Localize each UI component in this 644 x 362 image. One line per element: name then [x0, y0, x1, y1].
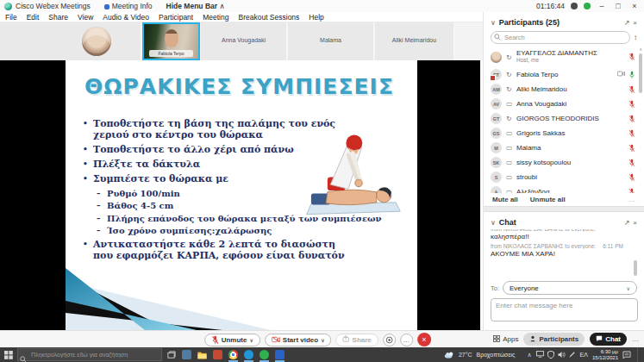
- chat-message-input[interactable]: [491, 298, 638, 321]
- chat-message-list[interactable]: from ΝΙΚΟΛΑΟΣ ΣΑΡΒΑΝΗΣ to everyone: καλη…: [491, 229, 637, 278]
- close-panel-icon[interactable]: ×: [633, 219, 637, 227]
- minimize-button[interactable]: –: [597, 2, 607, 10]
- weather-icon[interactable]: [444, 351, 454, 359]
- mute-all-button[interactable]: Mute all: [492, 196, 518, 203]
- popout-icon[interactable]: ↗: [624, 19, 630, 27]
- video-tile[interactable]: Anna Vougadaki: [201, 22, 287, 60]
- sort-icon[interactable]: ↕: [634, 34, 637, 41]
- show-desktop-button[interactable]: [637, 347, 641, 362]
- chat-toggle-button[interactable]: Chat: [590, 333, 627, 346]
- video-tile[interactable]: Malama: [288, 22, 374, 60]
- panel-more-button[interactable]: …: [632, 335, 639, 343]
- menu-participant[interactable]: Participant: [159, 13, 193, 22]
- taskbar-app-file-explorer[interactable]: [196, 347, 209, 362]
- video-tile-host[interactable]: [0, 22, 141, 60]
- menu-breakout-sessions[interactable]: Breakout Sessions: [238, 13, 299, 22]
- menu-view[interactable]: View: [78, 13, 93, 22]
- close-button[interactable]: ×: [629, 2, 640, 10]
- weather-text[interactable]: Βροχοπτώσεις: [477, 352, 516, 358]
- menu-help[interactable]: Help: [309, 13, 323, 22]
- scroll-up-icon[interactable]: ∧: [638, 47, 643, 52]
- taskbar-app-chrome[interactable]: [227, 347, 240, 362]
- notification-center-icon[interactable]: [622, 351, 631, 359]
- mic-muted-icon: [211, 335, 219, 345]
- participant-row[interactable]: ↻ ΕΥΑΓΓΕΛΟΣ ΔΙΑΜΑΝΤΗΣHost, me: [484, 47, 644, 67]
- taskbar-app-skype[interactable]: [242, 347, 255, 362]
- start-button[interactable]: [2, 347, 15, 362]
- chevron-down-icon[interactable]: ∨: [249, 337, 253, 343]
- meeting-timer: 01:16:44: [536, 2, 565, 10]
- laptop-icon: ▭: [505, 188, 513, 193]
- more-options-button[interactable]: …: [400, 334, 413, 346]
- mic-muted-icon: [628, 188, 635, 194]
- taskbar-app-webex-green[interactable]: [258, 347, 271, 362]
- participants-scrollbar[interactable]: ∧: [638, 47, 643, 193]
- participant-row[interactable]: GS ▭ Grigoris Sakkas: [484, 126, 644, 140]
- apps-grid-icon: [493, 335, 500, 344]
- chevron-down-icon[interactable]: ∨: [491, 19, 496, 27]
- participant-row[interactable]: GT ↻ GIORGOS THEODORIDIS: [484, 111, 644, 126]
- share-button[interactable]: Share: [336, 334, 378, 346]
- menu-file[interactable]: File: [5, 13, 17, 22]
- taskbar-search-input[interactable]: [29, 349, 160, 360]
- pen-tray-icon[interactable]: [569, 351, 576, 359]
- menu-meeting[interactable]: Meeting: [203, 13, 228, 22]
- side-panel: ∨ Participants (25) ↗ × ↕ ↻ ΕΥΑΓΓΕΛΟΣ ΔΙ…: [483, 12, 644, 330]
- recording-indicator-icon[interactable]: [571, 3, 578, 9]
- taskbar-app-orange[interactable]: [211, 347, 224, 362]
- menu-share[interactable]: Share: [48, 13, 68, 22]
- participant-row[interactable]: FT ↻ Fabiola Terpo: [484, 67, 644, 82]
- participant-name: Aliki Meimaridou: [516, 85, 625, 93]
- participant-row[interactable]: A ▭ Αλεξάνδρα: [484, 184, 644, 193]
- participant-row[interactable]: S ▭ stroubi: [484, 170, 644, 184]
- participant-row[interactable]: AV ▭ Anna Vougadaki: [484, 97, 644, 111]
- video-tile[interactable]: Aliki Meimaridou: [375, 22, 454, 60]
- search-icon: [20, 351, 27, 362]
- share-icon: [343, 335, 350, 344]
- participant-row[interactable]: M ▭ Malama: [484, 140, 644, 155]
- task-view-button[interactable]: [165, 347, 178, 362]
- chevron-down-icon[interactable]: ∨: [491, 219, 496, 227]
- taskbar-app-blue-grid[interactable]: [180, 347, 193, 362]
- apps-button[interactable]: Apps: [493, 335, 518, 344]
- display-tray-icon[interactable]: [536, 351, 544, 359]
- close-panel-icon[interactable]: ×: [633, 19, 637, 27]
- chat-message: καλησπέρα!!: [491, 233, 637, 240]
- weather-temp[interactable]: 27°C: [459, 352, 472, 358]
- menu-edit[interactable]: Edit: [27, 13, 40, 22]
- participant-row[interactable]: SK ▭ sissy kotsopoulou: [484, 155, 644, 170]
- participant-row[interactable]: AM ↻ Aliki Meimaridou: [484, 82, 644, 97]
- unmute-button[interactable]: Unmute∨: [204, 334, 260, 346]
- start-video-button[interactable]: Start video∨: [265, 334, 332, 346]
- participants-more-button[interactable]: …: [628, 196, 635, 203]
- hide-menu-bar-button[interactable]: Hide Menu Bar ∧: [166, 2, 225, 10]
- participants-search-input[interactable]: [491, 31, 630, 44]
- menu-audio-video[interactable]: Audio & Video: [103, 13, 149, 22]
- unmute-all-button[interactable]: Unmute all: [530, 196, 566, 203]
- avatar: AV: [491, 98, 502, 109]
- mic-muted-icon: [628, 173, 635, 182]
- taskbar-search[interactable]: [17, 348, 162, 361]
- record-button[interactable]: [383, 334, 396, 346]
- camera-icon: [617, 71, 625, 78]
- taskbar-app-blue[interactable]: [273, 347, 286, 362]
- recipient-select[interactable]: Everyone ∨: [503, 281, 637, 295]
- avatar: FT: [491, 69, 502, 80]
- taskbar-clock[interactable]: 6:30 μμ15/12/2021: [592, 349, 618, 360]
- mic-on-icon: [628, 71, 635, 79]
- participant-name: Anna Vougadaki: [516, 100, 625, 108]
- chevron-down-icon[interactable]: ∨: [321, 337, 324, 343]
- security-tray-icon[interactable]: [547, 351, 554, 359]
- popout-icon[interactable]: ↗: [624, 219, 630, 227]
- chat-scrollbar[interactable]: [633, 229, 637, 278]
- video-tile-active-speaker[interactable]: Fabiola Terpo: [142, 22, 200, 60]
- leave-meeting-button[interactable]: ×: [417, 333, 431, 346]
- sub-bullet-item: –Ίσο χρόνο συμπίεσης:χαλάρωσης: [97, 226, 350, 236]
- tray-expand-icon[interactable]: ∧: [527, 352, 531, 359]
- language-indicator[interactable]: ΕΛ: [580, 352, 588, 358]
- participants-toggle-button[interactable]: Participants: [523, 333, 585, 346]
- maximize-button[interactable]: □: [613, 2, 623, 10]
- volume-tray-icon[interactable]: [558, 351, 566, 359]
- participants-panel-title: Participants (25): [499, 18, 560, 27]
- meeting-info-button[interactable]: Meeting Info: [104, 2, 153, 10]
